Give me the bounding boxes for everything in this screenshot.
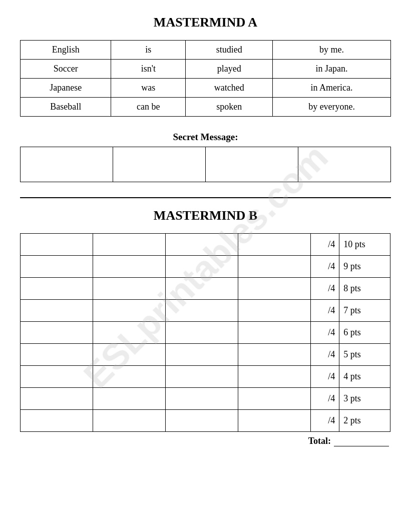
b-left-cell — [21, 344, 93, 366]
b-left-cell — [166, 410, 238, 432]
b-left-row — [21, 410, 311, 432]
table-a-cell: in Japan. — [273, 60, 391, 79]
b-left-cell — [21, 388, 93, 410]
b-pts-cell: 5 pts — [339, 344, 390, 366]
b-right-row: /410 pts — [310, 234, 390, 256]
b-left-row — [21, 300, 311, 322]
b-pts-cell: 3 pts — [339, 388, 390, 410]
b-left-row — [21, 278, 311, 300]
b-left-cell — [166, 278, 238, 300]
b-left-cell — [238, 256, 311, 278]
b-right-part: /410 pts/49 pts/48 pts/47 pts/46 pts/45 … — [311, 233, 391, 432]
table-a-row: Englishisstudiedby me. — [21, 41, 391, 60]
b-left-cell — [238, 366, 311, 388]
section-a-title: MASTERMIND A — [20, 15, 391, 30]
b-left-table — [20, 233, 311, 432]
table-a-cell: isn't — [111, 60, 186, 79]
b-score-cell: /4 — [310, 278, 339, 300]
b-left-cell — [238, 278, 311, 300]
b-right-row: /46 pts — [310, 322, 390, 344]
table-a-cell: Baseball — [21, 98, 111, 117]
table-a-cell: is — [111, 41, 186, 60]
b-right-row: /44 pts — [310, 366, 390, 388]
b-left-row — [21, 256, 311, 278]
b-right-table: /410 pts/49 pts/48 pts/47 pts/46 pts/45 … — [310, 233, 390, 432]
secret-row — [21, 147, 391, 182]
b-right-row: /48 pts — [310, 278, 390, 300]
table-a-cell: English — [21, 41, 111, 60]
b-left-cell — [93, 300, 166, 322]
b-left-cell — [93, 344, 166, 366]
secret-cell-1 — [21, 147, 113, 182]
b-pts-cell: 2 pts — [339, 410, 390, 432]
table-a-cell: in America. — [273, 79, 391, 98]
table-a-cell: Japanese — [21, 79, 111, 98]
secret-cell-2 — [113, 147, 206, 182]
b-pts-cell: 8 pts — [339, 278, 390, 300]
b-left-row — [21, 344, 311, 366]
b-left-cell — [93, 234, 166, 256]
b-left-row — [21, 234, 311, 256]
b-left-cell — [166, 300, 238, 322]
b-left-row — [21, 366, 311, 388]
b-pts-cell: 9 pts — [339, 256, 390, 278]
table-a-cell: spoken — [186, 98, 273, 117]
table-a: Englishisstudiedby me.Soccerisn'tplayedi… — [20, 40, 391, 117]
table-a-cell: Soccer — [21, 60, 111, 79]
b-left-cell — [93, 322, 166, 344]
b-score-cell: /4 — [310, 344, 339, 366]
b-left-cell — [21, 410, 93, 432]
b-left-cell — [166, 366, 238, 388]
secret-cell-3 — [206, 147, 298, 182]
b-left-cell — [166, 256, 238, 278]
b-left-cell — [166, 322, 238, 344]
b-left-cell — [238, 388, 311, 410]
table-a-cell: was — [111, 79, 186, 98]
secret-message-table — [20, 147, 391, 182]
table-a-cell: by everyone. — [273, 98, 391, 117]
b-score-cell: /4 — [310, 388, 339, 410]
table-a-cell: can be — [111, 98, 186, 117]
section-b-tables: /410 pts/49 pts/48 pts/47 pts/46 pts/45 … — [20, 233, 391, 432]
b-right-row: /45 pts — [310, 344, 390, 366]
b-left-cell — [166, 344, 238, 366]
total-underline — [334, 436, 389, 446]
b-score-cell: /4 — [310, 366, 339, 388]
b-left-cell — [238, 300, 311, 322]
b-pts-cell: 10 pts — [339, 234, 390, 256]
b-right-row: /42 pts — [310, 410, 390, 432]
b-left-cell — [93, 278, 166, 300]
b-score-cell: /4 — [310, 300, 339, 322]
b-left-cell — [238, 322, 311, 344]
table-a-row: Japanesewaswatchedin America. — [21, 79, 391, 98]
secret-message-label: Secret Message: — [20, 132, 391, 143]
b-left-part — [20, 233, 311, 432]
b-left-cell — [93, 366, 166, 388]
secret-cell-4 — [298, 147, 391, 182]
b-right-row: /43 pts — [310, 388, 390, 410]
section-b-title: MASTERMIND B — [20, 208, 391, 223]
b-left-cell — [93, 256, 166, 278]
b-left-cell — [21, 256, 93, 278]
b-left-cell — [21, 322, 93, 344]
b-pts-cell: 6 pts — [339, 322, 390, 344]
b-score-cell: /4 — [310, 322, 339, 344]
b-left-cell — [21, 300, 93, 322]
b-right-row: /49 pts — [310, 256, 390, 278]
table-a-row: Baseballcan bespokenby everyone. — [21, 98, 391, 117]
b-left-cell — [166, 234, 238, 256]
b-left-cell — [21, 366, 93, 388]
table-a-cell: by me. — [273, 41, 391, 60]
b-left-cell — [238, 344, 311, 366]
b-score-cell: /4 — [310, 234, 339, 256]
b-left-cell — [238, 234, 311, 256]
b-left-cell — [93, 388, 166, 410]
b-right-row: /47 pts — [310, 300, 390, 322]
b-pts-cell: 7 pts — [339, 300, 390, 322]
b-left-cell — [93, 410, 166, 432]
b-left-row — [21, 322, 311, 344]
table-a-row: Soccerisn'tplayedin Japan. — [21, 60, 391, 79]
b-pts-cell: 4 pts — [339, 366, 390, 388]
b-left-cell — [166, 388, 238, 410]
b-left-cell — [238, 410, 311, 432]
